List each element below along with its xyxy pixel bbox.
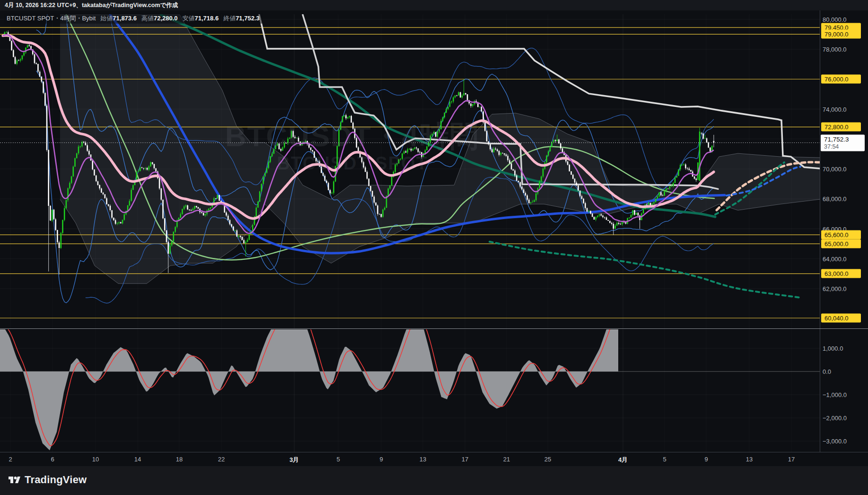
legend-ohlc-label: 始値 [100,15,113,22]
time-tick-label: 22 [218,456,225,463]
time-tick-label: 4月 [618,456,628,464]
legend-ohlc-value: 71,752.3 [236,15,260,22]
time-tick-label: 17 [788,456,795,463]
chart-pane[interactable]: BTCUSDT・4時間 BTCUSDT SPOT BTCUSDT SPOT・4時… [0,10,868,466]
time-tick-label: 3月 [289,456,299,464]
footer-bar: TradingView [0,466,868,495]
time-tick-label: 5 [336,456,340,463]
current-price-label: 71,752.3 37:54 [821,134,865,151]
legend-ohlc-value: 71,873.6 [113,15,137,22]
legend-timeframe: 4時間 [60,15,76,22]
time-tick-label: 18 [176,456,183,463]
price-level-label: 65,600.0 [821,230,861,239]
price-tick-label: 70,000.0 [823,166,847,173]
price-level-label: 65,000.0 [821,239,861,248]
time-tick-label: 10 [92,456,99,463]
time-tick-label: 5 [663,456,666,463]
current-price-value: 71,752.3 [824,135,865,143]
indicator-tick-label: 0.0 [823,368,831,375]
legend-exchange: Bybit [82,15,96,22]
legend-ohlc-value: 71,718.6 [195,15,219,22]
indicator-tick-label: 1,000.0 [823,345,843,352]
price-chart-canvas[interactable] [0,10,868,466]
indicator-tick-label: −3,000.0 [823,438,847,445]
time-tick-label: 13 [746,456,753,463]
time-tick-label: 6 [51,456,54,463]
time-tick-label: 25 [544,456,551,463]
time-tick-label: 9 [379,456,383,463]
legend-symbol: BTCUSDT SPOT [7,15,54,22]
bar-countdown: 37:54 [824,143,865,150]
indicator-tick-label: −2,000.0 [823,415,847,422]
legend-ohlc-label: 終値 [223,15,236,22]
tradingview-logo[interactable]: TradingView [9,474,87,486]
price-level-label: 79,000.0 [821,30,861,39]
indicator-tick-label: −1,000.0 [823,391,847,398]
price-tick-label: 80,000.0 [823,16,847,23]
price-tick-label: 64,000.0 [823,255,847,262]
publish-info-text: 4月 10, 2026 16:22 UTC+9、takatabaがTrading… [5,2,178,9]
time-tick-label: 9 [704,456,708,463]
tradingview-logo-text: TradingView [25,474,87,486]
price-tick-label: 62,000.0 [823,285,847,292]
time-tick-label: 14 [134,456,141,463]
price-tick-label: 68,000.0 [823,195,847,203]
tradingview-logo-icon [9,474,21,486]
price-tick-label: 74,000.0 [823,106,847,113]
price-axis-border [820,10,820,452]
pane-separator[interactable] [0,328,868,329]
legend-ohlc-values: 始値71,873.6高値72,280.0安値71,718.6終値71,752.3 [96,15,259,22]
time-axis[interactable]: 26101418223月59131721254月591317 [0,452,868,467]
time-tick-label: 13 [420,456,426,463]
legend-ohlc-value: 72,280.0 [154,15,178,22]
ohlc-legend[interactable]: BTCUSDT SPOT・4時間・Bybit始値71,873.6高値72,280… [4,13,263,24]
legend-ohlc-label: 高値 [141,15,154,22]
time-tick-label: 17 [462,456,468,463]
price-level-label: 60,040.0 [821,313,861,322]
time-tick-label: 2 [9,456,12,463]
legend-ohlc-label: 安値 [183,15,195,22]
time-tick-label: 21 [503,456,510,463]
price-level-label: 72,800.0 [821,123,861,132]
tradingview-chart-page: 4月 10, 2026 16:22 UTC+9、takatabaがTrading… [0,0,868,495]
publish-info-bar: 4月 10, 2026 16:22 UTC+9、takatabaがTrading… [0,0,868,10]
price-tick-label: 78,000.0 [823,46,847,53]
price-level-label: 63,000.0 [821,269,861,278]
price-level-label: 76,000.0 [821,75,861,84]
